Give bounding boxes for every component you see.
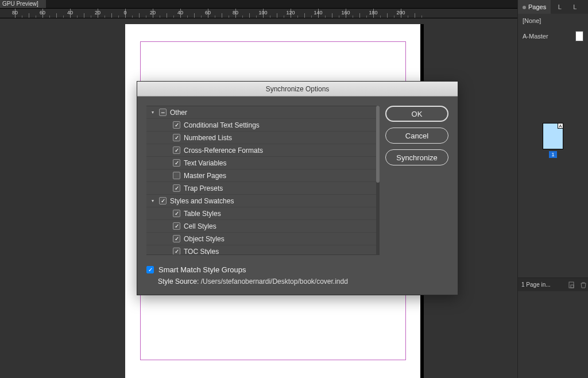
master-a-label: A-Master xyxy=(523,33,548,40)
tree-item[interactable]: Text Variables xyxy=(146,157,376,169)
style-source-label: Style Source: xyxy=(158,277,199,286)
page-number-badge: 1 xyxy=(549,151,557,158)
trash-icon[interactable] xyxy=(579,280,588,290)
synchronize-options-dialog: Synchronize Options ▾OtherConditional Te… xyxy=(137,81,458,295)
item-label: Numbered Lists xyxy=(184,134,232,142)
cancel-button[interactable]: Cancel xyxy=(385,128,448,144)
item-checkbox[interactable] xyxy=(173,222,180,230)
item-checkbox[interactable] xyxy=(173,248,180,255)
item-checkbox[interactable] xyxy=(173,146,180,154)
scrollbar-thumb[interactable] xyxy=(376,106,380,183)
tree-group[interactable]: ▾Styles and Swatches xyxy=(146,195,376,207)
dialog-title: Synchronize Options xyxy=(137,82,458,97)
tab-pages-label: Pages xyxy=(528,3,546,10)
item-label: Master Pages xyxy=(184,172,226,180)
item-label: Cell Styles xyxy=(184,222,216,230)
svg-rect-1 xyxy=(571,285,574,288)
group-label: Styles and Swatches xyxy=(170,197,234,205)
tree-item[interactable]: Trap Presets xyxy=(146,182,376,195)
disclosure-icon[interactable]: ▾ xyxy=(150,110,156,115)
style-source-path: /Users/stefanobernardi/Desktop/book/cove… xyxy=(201,277,348,286)
page-thumbnails: A 1 xyxy=(518,123,588,151)
item-checkbox[interactable] xyxy=(173,172,180,179)
new-page-icon[interactable] xyxy=(567,280,577,290)
item-label: Trap Presets xyxy=(184,184,223,192)
item-label: Object Styles xyxy=(184,235,225,243)
pages-panel: Pages L L [None] A-Master A 1 1 Page in.… xyxy=(517,0,588,378)
tree-item[interactable]: Object Styles xyxy=(146,233,376,245)
options-tree: ▾OtherConditional Text SettingsNumbered … xyxy=(146,106,376,255)
item-label: Conditional Text Settings xyxy=(184,121,260,129)
document-tab[interactable]: GPU Preview] xyxy=(0,0,46,8)
item-label: Table Styles xyxy=(184,210,221,218)
tree-item[interactable]: Table Styles xyxy=(146,207,376,220)
item-checkbox[interactable] xyxy=(173,235,180,242)
item-checkbox[interactable] xyxy=(173,210,180,217)
style-source-row: Style Source: /Users/stefanobernardi/Des… xyxy=(146,277,448,286)
item-label: Text Variables xyxy=(184,159,226,167)
tree-item[interactable]: Numbered Lists xyxy=(146,132,376,144)
master-none-label: [None] xyxy=(523,17,541,24)
group-checkbox[interactable] xyxy=(159,197,167,205)
group-label: Other xyxy=(170,109,187,117)
tree-item[interactable]: Master Pages xyxy=(146,169,376,182)
tree-item[interactable]: Conditional Text Settings xyxy=(146,119,376,132)
group-checkbox[interactable] xyxy=(159,109,167,116)
horizontal-ruler: 80604020020406080100120140160180200 xyxy=(0,8,588,18)
page-master-badge: A xyxy=(558,123,563,129)
item-checkbox[interactable] xyxy=(173,184,180,192)
item-label: TOC Styles xyxy=(184,248,219,256)
smart-match-row: Smart Match Style Groups xyxy=(146,265,448,274)
tab-other-1[interactable]: L xyxy=(554,0,566,14)
item-checkbox[interactable] xyxy=(173,121,180,129)
document-tabs: GPU Preview] xyxy=(0,0,588,8)
tree-item[interactable]: Cross-Reference Formats xyxy=(146,144,376,157)
master-none[interactable]: [None] xyxy=(518,14,588,28)
tree-item[interactable]: Cell Styles xyxy=(146,220,376,233)
master-thumbnail xyxy=(575,31,583,41)
tab-other-2[interactable]: L xyxy=(568,0,581,14)
tab-pages[interactable]: Pages xyxy=(518,0,551,14)
item-checkbox[interactable] xyxy=(173,159,180,167)
tree-group[interactable]: ▾Other xyxy=(146,106,376,119)
synchronize-button[interactable]: Synchronize xyxy=(385,149,448,165)
item-label: Cross-Reference Formats xyxy=(184,146,263,155)
page-thumbnail-1[interactable]: A 1 xyxy=(543,123,563,149)
ok-button[interactable]: OK xyxy=(385,106,448,122)
item-checkbox[interactable] xyxy=(173,134,180,141)
footer-text: 1 Page in... xyxy=(518,281,551,288)
panel-tabs: Pages L L xyxy=(518,0,588,14)
master-a[interactable]: A-Master xyxy=(518,28,588,45)
smart-match-checkbox[interactable] xyxy=(146,266,154,273)
smart-match-label: Smart Match Style Groups xyxy=(158,265,246,274)
options-scrollbar[interactable] xyxy=(376,106,380,255)
disclosure-icon[interactable]: ▾ xyxy=(150,198,156,203)
pages-panel-footer: 1 Page in... xyxy=(518,277,588,291)
tree-item[interactable]: TOC Styles xyxy=(146,245,376,255)
